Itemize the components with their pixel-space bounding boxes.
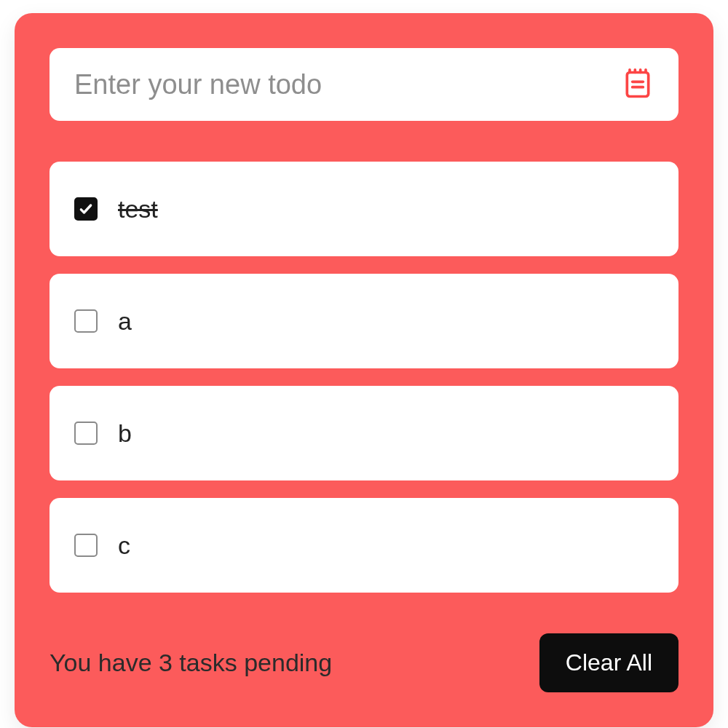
todo-checkbox[interactable] bbox=[74, 197, 98, 221]
todo-label: c bbox=[118, 531, 130, 560]
todo-checkbox[interactable] bbox=[74, 309, 98, 333]
todo-list: test a b c bbox=[50, 162, 678, 593]
todo-item: c bbox=[50, 498, 678, 593]
todo-item: test bbox=[50, 162, 678, 256]
new-todo-input[interactable] bbox=[74, 69, 622, 100]
todo-checkbox[interactable] bbox=[74, 422, 98, 445]
todo-checkbox[interactable] bbox=[74, 534, 98, 557]
svg-rect-0 bbox=[627, 73, 648, 97]
footer-row: You have 3 tasks pending Clear All bbox=[50, 633, 678, 692]
pending-text: You have 3 tasks pending bbox=[50, 649, 332, 677]
new-todo-row bbox=[50, 48, 678, 121]
todo-label: b bbox=[118, 419, 132, 448]
todo-label: a bbox=[118, 307, 132, 336]
calendar-note-icon[interactable] bbox=[622, 68, 654, 100]
todo-label: test bbox=[118, 195, 158, 223]
todo-item: a bbox=[50, 274, 678, 368]
todo-item: b bbox=[50, 386, 678, 480]
clear-all-button[interactable]: Clear All bbox=[539, 633, 678, 692]
todo-card: test a b c bbox=[15, 13, 713, 727]
